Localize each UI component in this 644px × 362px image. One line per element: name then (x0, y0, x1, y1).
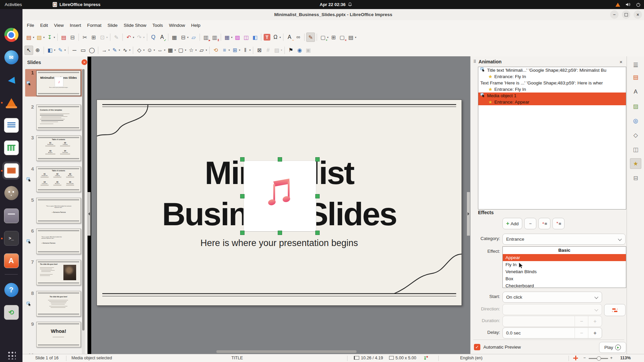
select[interactable]: ↖ (24, 46, 33, 55)
dock-item-writer[interactable] (0, 117, 22, 133)
slides-panel-splitter[interactable] (88, 192, 91, 236)
dock-item-terminal[interactable]: >_ (0, 230, 22, 246)
panel-grip-icon[interactable]: ⠿ (473, 59, 476, 64)
arrange[interactable]: ⊞▾ (230, 46, 241, 55)
play-button[interactable]: Play (599, 342, 626, 353)
selection-handle-w[interactable] (240, 194, 245, 198)
hyperlink[interactable]: ∞ (294, 33, 303, 42)
special-character[interactable]: Ω▾ (271, 33, 281, 42)
canvas-horizontal-scrollbar[interactable] (216, 350, 357, 353)
crop-image[interactable]: # (264, 46, 272, 55)
insert-line[interactable]: ─ (70, 46, 79, 55)
animation-list-item[interactable]: Text Frame 'Here is ...' 'Google Shape;4… (478, 80, 626, 86)
category-dropdown[interactable]: Entrance (502, 234, 626, 245)
slide-page[interactable]: Minimalist Business Slides Here is where… (97, 100, 462, 306)
close-button[interactable]: × (634, 10, 642, 19)
slide-thumbnail-6[interactable]: 6"This is a quote. Work full of wisdom t… (25, 227, 85, 255)
animation-list[interactable]: Title text 'Minimali...' 'Google Shape;4… (478, 67, 626, 209)
curve-and-polygon[interactable]: ✎▾ (110, 46, 121, 55)
dock-item-app-grid[interactable] (0, 347, 22, 362)
increment-icon[interactable]: + (588, 316, 602, 326)
move-effect-down-button[interactable]: ▼≡ (552, 218, 565, 229)
callout-shapes[interactable]: ▢▾ (176, 46, 187, 55)
animation-list-item[interactable]: ★Entrance: Fly In (478, 86, 626, 93)
delete-page[interactable]: ▢× (338, 33, 346, 42)
decrement-icon[interactable]: − (575, 328, 588, 338)
align-objects[interactable]: ≡▾ (220, 46, 230, 55)
effect-option-checkerboard[interactable]: Checkerboard (503, 282, 626, 288)
edit-points[interactable]: ⚑ (286, 46, 295, 55)
menu-window[interactable]: Window (166, 23, 188, 28)
insert-media[interactable]: ◫ (242, 33, 251, 42)
dock-item-app-center[interactable]: A (0, 253, 22, 269)
ellipse[interactable]: ◯ (88, 46, 96, 55)
shadow[interactable]: ⊠ (255, 46, 264, 55)
insert-comment[interactable]: ▱ (189, 33, 198, 42)
add-effect-button[interactable]: +Add (502, 218, 522, 229)
undo[interactable]: ↶▾ (124, 33, 135, 42)
insert-image[interactable]: ▨ (233, 33, 242, 42)
zoom-slider[interactable] (589, 358, 608, 359)
copy[interactable]: ⊞ (89, 33, 98, 42)
display-views[interactable]: ⊟▾ (179, 33, 189, 42)
slide-subtitle[interactable]: Here is where your presentation begins (97, 238, 462, 248)
selection-handle-n[interactable] (278, 157, 282, 162)
duration-spinner[interactable]: −+ (502, 316, 602, 327)
menu-tools[interactable]: Tools (149, 23, 166, 28)
direction-dropdown[interactable] (502, 304, 602, 315)
system-tray[interactable] (615, 2, 641, 7)
insert-text-box[interactable]: T (263, 33, 271, 42)
display-grid[interactable]: ▦ (170, 33, 179, 42)
effect-option-box[interactable]: Box (503, 275, 626, 282)
dock-item-help[interactable]: ? (0, 282, 22, 298)
slide-thumb-page[interactable]: "This is a quote. Work full of wisdom th… (36, 198, 81, 223)
fill-color[interactable]: ◧▾ (46, 46, 56, 55)
sidebar-tab-master-slides[interactable]: ⊟ (630, 173, 641, 183)
menu-slide-show[interactable]: Slide Show (121, 23, 150, 28)
connectors[interactable]: ∿▾ (121, 46, 131, 55)
flowchart-shapes[interactable]: ▦▾ (166, 46, 176, 55)
slide-thumbnail-9[interactable]: 9Whoa! (25, 320, 85, 348)
slide-layout[interactable]: ▤▾ (346, 33, 357, 42)
menu-insert[interactable]: Insert (67, 23, 84, 28)
dock-item-vlc[interactable] (0, 95, 22, 111)
decrement-icon[interactable]: − (575, 316, 588, 326)
effect-options-button[interactable] (604, 304, 626, 316)
slide-canvas[interactable]: Minimalist Business Slides Here is where… (91, 56, 470, 354)
show-draw-functions[interactable]: ✎ (306, 33, 315, 42)
insert-table[interactable]: ▦▾ (223, 33, 233, 42)
sidebar-tab-shapes[interactable]: ◇ (630, 130, 641, 140)
slide-thumb-page[interactable]: The slide title goes here! (36, 260, 81, 285)
sidebar-tab-gallery[interactable]: ▨ (630, 101, 641, 112)
selection-handle-s[interactable] (278, 231, 282, 235)
fit-slide-icon[interactable] (573, 356, 578, 360)
menu-file[interactable]: File (24, 23, 37, 28)
increment-icon[interactable]: + (588, 328, 602, 338)
new-slide[interactable]: ▥▸ (202, 33, 210, 42)
selection-handle-se[interactable] (315, 231, 320, 235)
basic-shapes[interactable]: ◇▾ (135, 46, 145, 55)
symbol-shapes[interactable]: ☺▾ (145, 46, 156, 55)
slide-thumbnail-4[interactable]: 4Table of contents01Introduction02Compan… (25, 165, 85, 193)
glue-points[interactable]: ◉ (295, 46, 304, 55)
zoom-percent[interactable]: 113% (620, 356, 631, 360)
minimize-button[interactable]: − (610, 10, 619, 19)
new-presentation[interactable]: ▤▾ (24, 33, 35, 42)
duplicate-slide[interactable]: ▥‖ (210, 33, 219, 42)
clock[interactable]: Apr 22 02:36 (320, 2, 352, 7)
sidebar-tab-styles[interactable]: A (630, 86, 641, 97)
zoom-slider-thumb[interactable] (597, 356, 601, 361)
image-filter[interactable]: ▨▾ (272, 46, 283, 55)
menu-slide[interactable]: Slide (105, 23, 121, 28)
rectangle[interactable]: ▭ (79, 46, 88, 55)
sidebar-tab-properties[interactable]: ▤ (630, 72, 641, 82)
sidebar-tab-animation[interactable]: ★ (630, 158, 641, 169)
cut[interactable]: ✂ (80, 33, 89, 42)
move-effect-up-button[interactable]: ▲≡ (538, 218, 550, 229)
zoom-in-icon[interactable]: + (610, 356, 612, 360)
slide-thumbnail-2[interactable]: 2Contents of this template (25, 103, 85, 131)
slides-scrollbar-track[interactable] (82, 69, 85, 354)
distribution[interactable]: ‖▾ (241, 46, 251, 55)
dock-item-gimp[interactable] (0, 185, 22, 201)
slide-thumbnail-5[interactable]: 5"This is a quote. Work full of wisdom t… (25, 196, 85, 224)
